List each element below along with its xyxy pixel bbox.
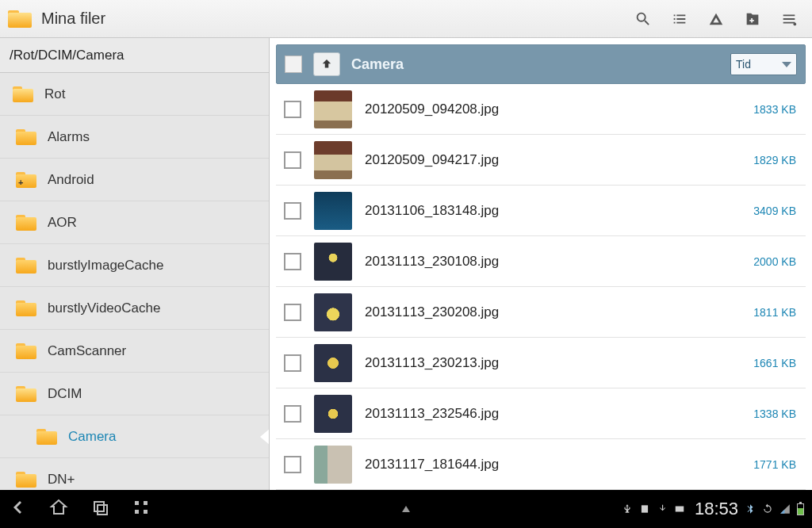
- file-name: 20131113_232546.jpg: [365, 406, 741, 422]
- file-checkbox[interactable]: [284, 253, 301, 270]
- file-checkbox[interactable]: [284, 101, 301, 118]
- folder-icon: [16, 386, 36, 402]
- sync-icon: [762, 503, 773, 515]
- file-checkbox[interactable]: [284, 405, 301, 423]
- sidebar-item-label: Alarms: [48, 129, 90, 145]
- sidebar-item-burstlyimagecache[interactable]: burstlyImageCache: [0, 244, 269, 287]
- svg-rect-3: [135, 501, 139, 505]
- file-row[interactable]: 20131113_230213.jpg1661 KB: [276, 338, 806, 388]
- folder-icon: [16, 300, 36, 316]
- sidebar-item-aor[interactable]: AOR: [0, 201, 269, 244]
- wifi-icon: [779, 503, 791, 515]
- svg-rect-8: [676, 507, 684, 512]
- sidebar-item-label: DCIM: [48, 386, 82, 402]
- folder-icon: [16, 472, 36, 488]
- sidebar-item-label: burstlyImageCache: [48, 258, 163, 274]
- folder-icon: +: [16, 172, 36, 188]
- file-thumbnail: [314, 192, 352, 230]
- file-name: 20131113_230208.jpg: [365, 304, 741, 320]
- sidebar-item-android[interactable]: +Android: [0, 159, 269, 201]
- file-pane: Camera Tid 20120509_094208.jpg1833 KB201…: [270, 38, 812, 490]
- file-row[interactable]: 20131106_183148.jpg3409 KB: [276, 186, 806, 236]
- file-thumbnail: [314, 395, 352, 433]
- bluetooth-icon: [745, 503, 756, 515]
- app-folder-icon: [8, 10, 32, 28]
- back-icon[interactable]: [8, 498, 27, 520]
- system-nav-bar: 18:53: [0, 490, 812, 528]
- scan-icon[interactable]: [132, 498, 151, 520]
- svg-rect-7: [642, 505, 648, 512]
- sidebar-item-label: Camera: [68, 429, 116, 445]
- file-thumbnail: [314, 90, 352, 128]
- sort-dropdown[interactable]: Tid: [730, 53, 797, 75]
- file-row[interactable]: 20131113_232546.jpg1338 KB: [276, 388, 806, 439]
- search-icon[interactable]: [625, 0, 661, 38]
- file-thumbnail: [314, 344, 352, 382]
- file-name: 20120509_094217.jpg: [365, 152, 741, 168]
- download-icon: [657, 503, 668, 515]
- file-size: 1833 KB: [753, 103, 801, 116]
- sidebar-item-label: DN+: [48, 472, 75, 488]
- mail-icon: [674, 503, 685, 515]
- menu-icon[interactable]: [771, 0, 807, 38]
- status-area: 18:53: [622, 499, 804, 519]
- breadcrumb[interactable]: /Rot/DCIM/Camera: [0, 38, 269, 73]
- current-folder-label: Camera: [351, 56, 719, 73]
- battery-icon: [797, 503, 804, 515]
- sidebar-item-alarms[interactable]: Alarms: [0, 116, 269, 159]
- list-view-icon[interactable]: [661, 0, 698, 38]
- file-size: 1829 KB: [753, 154, 801, 166]
- sidebar-item-dn-[interactable]: DN+: [0, 458, 269, 490]
- new-folder-icon[interactable]: [734, 0, 771, 38]
- folder-icon: [16, 129, 36, 145]
- file-size: 3409 KB: [753, 205, 801, 217]
- folder-icon: [36, 429, 57, 445]
- file-row[interactable]: 20131117_181644.jpg1771 KB: [276, 439, 806, 490]
- file-thumbnail: [314, 141, 352, 179]
- svg-rect-5: [135, 510, 139, 514]
- file-name: 20131106_183148.jpg: [365, 203, 741, 219]
- file-row[interactable]: 20120509_094217.jpg1829 KB: [276, 135, 806, 186]
- expand-badge: +: [18, 178, 26, 186]
- sidebar-item-camscanner[interactable]: CamScanner: [0, 330, 269, 373]
- file-checkbox[interactable]: [284, 354, 301, 372]
- home-icon[interactable]: [49, 498, 68, 520]
- svg-rect-6: [144, 510, 147, 514]
- file-row[interactable]: 20120509_094208.jpg1833 KB: [276, 84, 806, 135]
- file-checkbox[interactable]: [284, 456, 301, 473]
- sidebar: /Rot/DCIM/Camera RotAlarms+AndroidAORbur…: [0, 38, 270, 490]
- app-title: Mina filer: [41, 10, 625, 28]
- sort-label: Tid: [736, 58, 751, 71]
- sidebar-item-rot[interactable]: Rot: [0, 73, 269, 116]
- file-size: 1338 KB: [753, 407, 801, 420]
- chevron-down-icon: [782, 62, 791, 67]
- folder-icon: [13, 86, 33, 102]
- up-folder-button[interactable]: [313, 52, 340, 76]
- svg-rect-2: [98, 505, 107, 515]
- folder-icon: [16, 343, 36, 359]
- svg-point-0: [794, 22, 797, 25]
- action-bar: [625, 0, 807, 38]
- file-row[interactable]: 20131113_230108.jpg2000 KB: [276, 236, 806, 287]
- sidebar-item-burstlyvideocache[interactable]: burstlyVideoCache: [0, 287, 269, 330]
- file-row[interactable]: 20131113_230208.jpg1811 KB: [276, 287, 806, 338]
- folder-icon: [16, 215, 36, 231]
- file-name: 20131113_230213.jpg: [365, 355, 741, 371]
- share-icon[interactable]: [698, 0, 734, 38]
- sidebar-item-label: Rot: [44, 86, 65, 102]
- file-list: 20120509_094208.jpg1833 KB20120509_09421…: [270, 84, 812, 490]
- sidebar-item-camera[interactable]: Camera: [0, 415, 269, 458]
- sidebar-item-dcim[interactable]: DCIM: [0, 373, 269, 415]
- folder-tree: RotAlarms+AndroidAORburstlyImageCachebur…: [0, 73, 269, 490]
- file-size: 1811 KB: [753, 306, 801, 319]
- select-all-checkbox[interactable]: [285, 55, 302, 73]
- svg-rect-1: [94, 502, 104, 511]
- sidebar-item-label: Android: [48, 172, 94, 188]
- recent-apps-icon[interactable]: [90, 498, 109, 520]
- file-checkbox[interactable]: [284, 304, 301, 321]
- folder-icon: [16, 258, 36, 274]
- file-checkbox[interactable]: [284, 202, 301, 220]
- file-name: 20131117_181644.jpg: [365, 457, 741, 473]
- expand-caret-icon[interactable]: [402, 506, 410, 512]
- file-checkbox[interactable]: [284, 151, 301, 169]
